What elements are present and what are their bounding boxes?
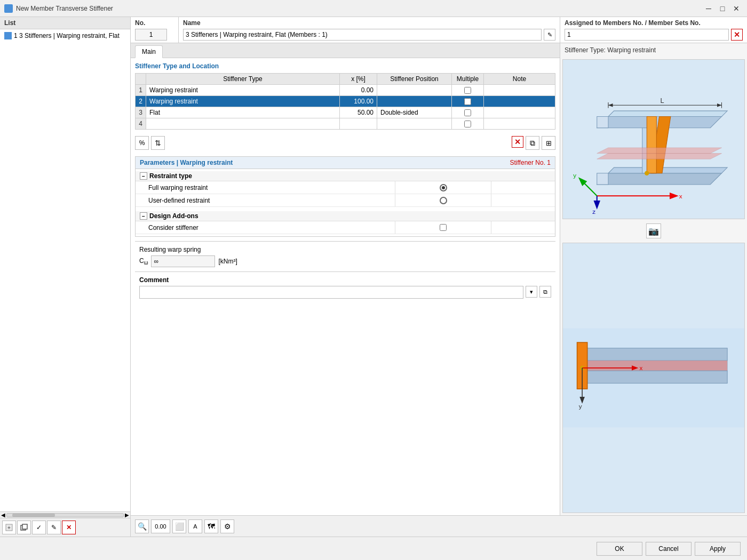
row-type-2[interactable]: Warping restraint [146, 96, 340, 107]
percent-button[interactable]: % [135, 136, 149, 150]
close-button[interactable]: ✕ [730, 2, 743, 15]
row-multiple-1[interactable] [452, 85, 484, 96]
list-check-button[interactable]: ✓ [32, 521, 46, 534]
scroll-right[interactable]: ▶ [124, 512, 130, 518]
sort-button[interactable]: ⇅ [151, 136, 165, 150]
comment-input[interactable] [139, 286, 523, 299]
table-copy-button[interactable]: ⧉ [526, 136, 539, 150]
table-row[interactable]: 1 Warping restraint 0.00 [136, 85, 555, 96]
svg-marker-6 [608, 167, 727, 173]
full-warping-radio[interactable] [440, 184, 447, 191]
search-button[interactable]: 🔍 [135, 519, 149, 533]
design-addons-collapse-btn[interactable]: − [140, 212, 147, 220]
consider-stiffener-check[interactable] [440, 224, 447, 231]
assigned-input[interactable] [565, 29, 729, 41]
list-rename-button[interactable]: ✎ [47, 521, 61, 534]
row-position-4[interactable] [377, 118, 452, 130]
warp-input[interactable] [151, 255, 215, 267]
row-note-4[interactable] [484, 118, 555, 130]
user-defined-value[interactable] [395, 194, 491, 206]
row-note-2[interactable] [484, 96, 555, 107]
restraint-type-group: − Restraint type Full warping restraint [136, 169, 555, 209]
viz-panel: Stiffener Type: Warping restraint [560, 43, 747, 515]
col-position: Stiffener Position [377, 74, 452, 85]
grid-button[interactable]: ⬜ [172, 519, 186, 533]
restraint-collapse-btn[interactable]: − [140, 172, 147, 180]
horizontal-scrollbar[interactable]: ◀ ▶ [0, 511, 130, 518]
row-num-3: 3 [136, 107, 146, 118]
viz-camera-area: 📷 [560, 221, 747, 241]
comment-copy-button[interactable]: ⧉ [539, 286, 551, 298]
assigned-delete-button[interactable]: ✕ [731, 29, 743, 41]
row-multiple-1-check[interactable] [464, 87, 471, 94]
settings-button[interactable]: ⚙ [220, 519, 234, 533]
full-warping-value[interactable] [395, 181, 491, 194]
row-type-1[interactable]: Warping restraint [146, 85, 340, 96]
warp-unit: [kNm³] [218, 258, 237, 265]
label-button[interactable]: A [188, 519, 202, 533]
form-content: Stiffener Type and Location Stiffener Ty… [131, 58, 560, 515]
right-area: No. 1 Name ✎ Assigned to Members No. / M… [131, 17, 747, 537]
row-position-3[interactable]: Double-sided [377, 107, 452, 118]
table-row[interactable]: 2 Warping restraint 100.00 [136, 96, 555, 107]
scroll-thumb [12, 514, 55, 517]
row-position-1[interactable] [377, 85, 452, 96]
viz-camera-button[interactable]: 📷 [646, 223, 661, 238]
row-note-3[interactable] [484, 107, 555, 118]
svg-text:x: x [639, 364, 642, 371]
table-row[interactable]: 4 [136, 118, 555, 130]
design-addons-group: − Design Add-ons Consider stiffener [136, 209, 555, 236]
row-type-3[interactable]: Flat [146, 107, 340, 118]
row-multiple-3-check[interactable] [464, 109, 471, 116]
row-x-4[interactable] [340, 118, 377, 130]
row-type-4[interactable] [146, 118, 340, 130]
apply-button[interactable]: Apply [695, 542, 741, 556]
dialog-buttons: OK Cancel Apply [0, 537, 747, 560]
table-row[interactable]: 3 Flat 50.00 Double-sided [136, 107, 555, 118]
user-defined-radio[interactable] [440, 197, 447, 204]
tab-main[interactable]: Main [135, 45, 163, 58]
list-duplicate-button[interactable] [17, 521, 31, 534]
svg-marker-14 [647, 117, 656, 173]
form-area: Main Stiffener Type and Location Stiffen… [131, 43, 560, 515]
coord-button[interactable]: 0.00 [151, 519, 170, 533]
maximize-button[interactable]: □ [716, 2, 729, 15]
table-delete-button[interactable]: ✕ [512, 136, 523, 148]
row-multiple-2[interactable] [452, 96, 484, 107]
row-multiple-4-check[interactable] [464, 121, 471, 127]
name-input-row: ✎ [183, 29, 555, 41]
scroll-track[interactable] [6, 513, 124, 517]
row-multiple-2-check[interactable] [464, 98, 471, 105]
list-item[interactable]: 1 3 Stiffeners | Warping restraint, Flat [1, 30, 129, 41]
list-item-icon [4, 32, 12, 39]
row-x-2[interactable]: 100.00 [340, 96, 377, 107]
list-add-button[interactable]: + [2, 521, 16, 534]
minimize-button[interactable]: ─ [702, 2, 715, 15]
params-section: Parameters | Warping restraint Stiffener… [135, 156, 555, 237]
svg-rect-3 [22, 524, 27, 529]
title-bar-text: New Member Transverse Stiffener [16, 5, 699, 12]
map-button[interactable]: 🗺 [204, 519, 218, 533]
tab-bar: Main [131, 43, 560, 58]
row-x-1[interactable]: 0.00 [340, 85, 377, 96]
svg-rect-31 [580, 348, 727, 361]
row-x-3[interactable]: 50.00 [340, 107, 377, 118]
app-icon [4, 4, 13, 13]
row-multiple-4[interactable] [452, 118, 484, 130]
row-note-1[interactable] [484, 85, 555, 96]
name-input[interactable] [183, 29, 542, 41]
viz-3d: x z y L [562, 59, 745, 219]
row-position-2[interactable] [377, 96, 452, 107]
cancel-button[interactable]: Cancel [646, 542, 692, 556]
col-x: x [%] [340, 74, 377, 85]
scroll-left[interactable]: ◀ [0, 512, 6, 518]
svg-marker-16 [597, 154, 722, 159]
comment-dropdown[interactable]: ▾ [526, 286, 537, 298]
row-multiple-3[interactable] [452, 107, 484, 118]
ok-button[interactable]: OK [597, 542, 642, 556]
no-value: 1 [135, 29, 167, 41]
list-delete-button[interactable]: ✕ [62, 521, 76, 534]
name-edit-button[interactable]: ✎ [544, 29, 555, 41]
table-export-button[interactable]: ⊞ [542, 136, 555, 150]
consider-stiffener-value[interactable] [395, 221, 491, 234]
